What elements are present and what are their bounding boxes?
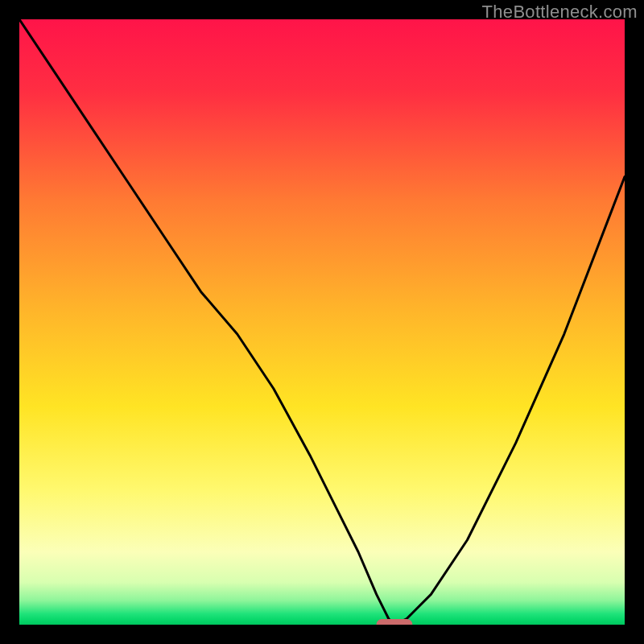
chart-frame: TheBottleneck.com	[0, 0, 644, 644]
plot-area	[19, 19, 625, 625]
svg-rect-0	[19, 19, 625, 625]
background-gradient	[19, 19, 625, 625]
optimal-marker	[377, 619, 413, 625]
